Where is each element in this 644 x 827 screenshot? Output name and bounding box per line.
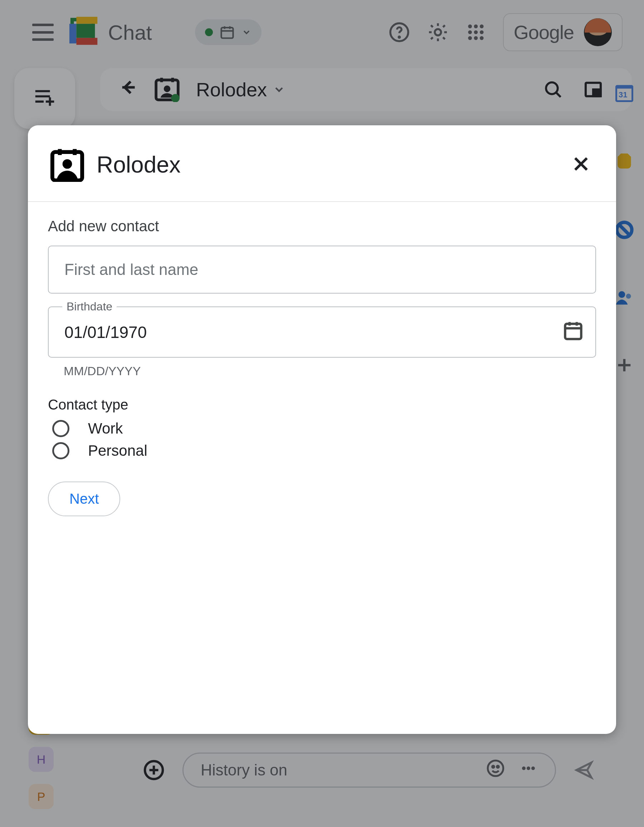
radio-personal-label: Personal	[88, 442, 148, 459]
svg-rect-38	[565, 324, 582, 339]
birthdate-label: Birthdate	[62, 300, 117, 313]
radio-icon	[52, 442, 69, 459]
dialog-body: Add new contact Birthdate 01/01/1970 MM/…	[28, 202, 616, 516]
close-button[interactable]	[571, 154, 591, 175]
radio-personal[interactable]: Personal	[48, 442, 596, 459]
birthdate-field: Birthdate 01/01/1970 MM/DD/YYYY	[48, 306, 596, 378]
dialog-header: Rolodex	[28, 125, 616, 202]
birthdate-input[interactable]: 01/01/1970	[48, 306, 596, 358]
radio-work-label: Work	[88, 420, 123, 437]
dialog-title: Rolodex	[96, 151, 181, 178]
rolodex-app-icon	[49, 146, 85, 183]
add-contact-label: Add new contact	[48, 218, 596, 235]
birthdate-helper: MM/DD/YYYY	[64, 364, 596, 378]
svg-point-37	[62, 159, 72, 169]
radio-work[interactable]: Work	[48, 420, 596, 437]
contact-type-label: Contact type	[48, 397, 596, 413]
name-input[interactable]	[48, 246, 596, 293]
next-button[interactable]: Next	[48, 482, 120, 516]
rolodex-dialog: Rolodex Add new contact Birthdate 01/01/…	[28, 125, 616, 734]
calendar-icon[interactable]	[562, 319, 584, 345]
radio-icon	[52, 420, 69, 437]
birthdate-value: 01/01/1970	[64, 323, 147, 342]
